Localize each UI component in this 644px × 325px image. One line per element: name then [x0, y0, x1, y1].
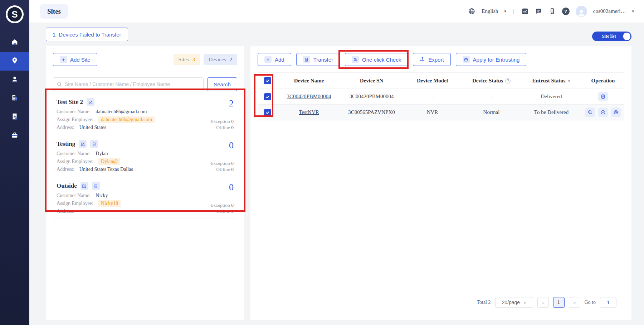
transfer-button[interactable]: Transfer [296, 53, 340, 66]
offline-label: Offline [216, 167, 230, 172]
add-device-button[interactable]: + Add [258, 53, 291, 66]
entrust-status: Delivered [521, 94, 582, 100]
pagination: Total 2 20/page ∨ < 1 > Go to [258, 297, 616, 308]
location-pin-icon [11, 57, 19, 66]
sidebar-item-orders[interactable] [0, 108, 29, 126]
next-page-button[interactable]: > [569, 297, 580, 308]
add-site-button[interactable]: + Add Site [53, 53, 97, 66]
search-button[interactable]: Search [207, 77, 237, 91]
edit-site-icon[interactable] [87, 98, 94, 106]
export-icon [420, 56, 425, 63]
customer-name-label: Customer Name: [57, 151, 91, 157]
site-device-count: 2 [229, 99, 234, 108]
delete-site-icon[interactable] [92, 182, 100, 190]
transfer-record-icon[interactable] [598, 92, 608, 101]
language-selector[interactable]: English [482, 8, 498, 14]
devices-failed-button[interactable]: 1 Devices Failed to Transfer [46, 28, 128, 41]
device-sn: 3C00565PAZVNPX0 [340, 109, 403, 115]
config-icon[interactable] [611, 107, 621, 117]
select-all-checkbox[interactable] [264, 77, 271, 84]
page: S Sites English ▾ | [0, 0, 644, 325]
language-caret-icon[interactable]: ▾ [504, 9, 506, 14]
customer-name-label: Customer Name: [57, 193, 91, 199]
table-row: 3C00420PBM00004 3C00420PBM00004 -- -- De… [258, 89, 624, 105]
assign-employee-label: Assign Employee: [57, 159, 93, 164]
device-name-link[interactable]: TestNVR [299, 109, 319, 115]
search-input[interactable] [53, 77, 204, 91]
sidebar-item-customers[interactable] [0, 71, 29, 89]
top-header: Sites English ▾ | ? cos002ameri… ▾ [29, 0, 644, 23]
status-help-icon[interactable]: ? [505, 78, 511, 83]
sidebar-item-home[interactable] [0, 33, 29, 52]
report-icon[interactable] [521, 8, 529, 15]
entrust-filter-caret-icon[interactable]: ∨ [567, 79, 570, 83]
failed-count: 1 [53, 32, 55, 38]
site-card[interactable]: Testing Customer Name:Dylan Assign Emplo… [53, 135, 237, 177]
globe-icon[interactable] [468, 8, 475, 15]
device-model: NVR [403, 109, 462, 115]
sidebar-item-organization[interactable] [0, 89, 29, 108]
sites-panel: + Add Site Sites 3 Devices 2 [46, 46, 244, 320]
sidebar: S [0, 0, 29, 325]
address-value: United States [79, 125, 106, 130]
apply-entrusting-button[interactable]: Apply for Entrusting [456, 53, 527, 66]
address-label: Address: [57, 209, 74, 214]
page-size-select[interactable]: 20/page ∨ [495, 297, 533, 308]
tab-sites[interactable]: Sites 3 [174, 54, 200, 65]
site-device-count: 0 [229, 141, 234, 150]
current-page-button[interactable]: 1 [553, 297, 565, 308]
goto-page-input[interactable] [600, 297, 616, 308]
entrust-status: To be Delivered [521, 109, 582, 115]
tab-sites-count: 3 [192, 57, 195, 63]
sidebar-item-toolbox[interactable] [0, 126, 29, 145]
user-menu-caret-icon[interactable]: ▾ [632, 9, 634, 14]
devices-table: Device Name Device SN Device Model Devic… [258, 72, 624, 120]
magnifier-icon [352, 56, 359, 63]
one-click-check-button[interactable]: One-click Check [345, 53, 408, 66]
assign-employee-value: Nicky18 [98, 200, 121, 207]
delete-site-icon[interactable] [90, 140, 98, 148]
offline-count: 0 [231, 167, 234, 172]
exception-count: 0 [231, 202, 234, 208]
table-row: TestNVR 3C00565PAZVNPX0 NVR Normal To be… [258, 105, 624, 120]
page-title-tab: Sites [40, 4, 68, 19]
row-checkbox[interactable] [264, 93, 271, 100]
offline-label: Offline [216, 125, 230, 130]
site-device-count: 0 [229, 183, 234, 192]
column-device-status: Device Status [472, 78, 503, 84]
row-checkbox[interactable] [264, 109, 271, 116]
column-device-name: Device Name [278, 78, 340, 84]
export-button[interactable]: Export [413, 53, 450, 66]
edit-site-icon[interactable] [79, 140, 87, 148]
prev-page-button[interactable]: < [537, 297, 549, 308]
main-area: Sites English ▾ | ? cos002ameri… ▾ 1 Dev [29, 0, 644, 325]
help-icon[interactable]: ? [562, 8, 570, 15]
mobile-app-icon[interactable] [548, 8, 556, 15]
history-icon[interactable] [598, 107, 608, 117]
sidebar-item-sites[interactable] [0, 52, 29, 71]
check-device-icon[interactable] [585, 107, 595, 117]
chat-icon[interactable] [535, 8, 542, 15]
one-click-check-label: One-click Check [362, 57, 401, 63]
avatar[interactable] [576, 6, 587, 17]
assign-employee-label: Assign Employee: [57, 117, 93, 123]
username[interactable]: cos002ameri… [593, 8, 626, 14]
building-icon [11, 94, 19, 103]
exception-label: Exception [210, 161, 230, 166]
device-model: -- [403, 94, 462, 100]
person-icon [11, 75, 19, 85]
offline-count: 0 [231, 125, 234, 130]
device-name-link[interactable]: 3C00420PBM00004 [287, 94, 331, 100]
site-card[interactable]: Test Site 2 Customer Name:dahuatech86@gm… [53, 93, 237, 135]
goto-label: Go to [585, 300, 596, 305]
edit-site-icon[interactable] [80, 182, 88, 190]
total-count: Total 2 [477, 300, 491, 305]
tab-devices[interactable]: Devices 2 [204, 54, 237, 65]
tab-sites-label: Sites [179, 57, 189, 63]
site-list-toggle[interactable]: Site list [592, 32, 631, 41]
address-label: Address: [57, 167, 74, 172]
brand-logo: S [6, 5, 24, 23]
site-card[interactable]: Outside Customer Name:Nicky Assign Emplo… [53, 177, 237, 219]
exception-count: 0 [231, 161, 234, 166]
customer-name-value: Dylan [96, 151, 108, 157]
